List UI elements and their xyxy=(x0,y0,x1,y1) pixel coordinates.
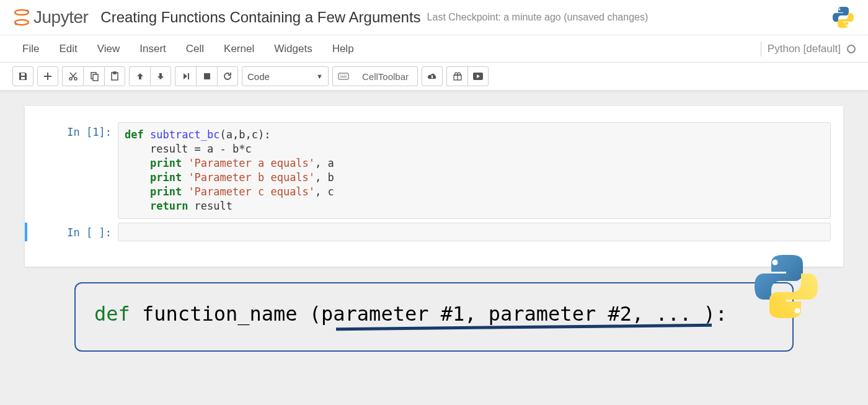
stop-button[interactable] xyxy=(196,66,217,86)
menu-kernel[interactable]: Kernel xyxy=(214,39,264,59)
cut-button[interactable] xyxy=(62,66,83,86)
svg-point-4 xyxy=(839,9,841,11)
jupyter-logo[interactable]: Jupyter xyxy=(12,7,88,27)
cell-input[interactable] xyxy=(118,223,831,241)
toolbar: Code ▼ CellToolbar xyxy=(0,63,868,91)
code-cell[interactable]: In [1]: def subtract_bc(a,b,c): result =… xyxy=(25,122,843,219)
syntax-annotation: def function_name (parameter #1, paramet… xyxy=(74,282,794,352)
upload-button[interactable] xyxy=(422,66,443,86)
cell-type-select[interactable]: Code ▼ xyxy=(242,66,329,86)
keyboard-icon xyxy=(338,73,349,80)
cell-type-value: Code xyxy=(247,71,270,82)
def-keyword: def xyxy=(94,302,130,326)
copy-button[interactable] xyxy=(83,66,104,86)
svg-point-2 xyxy=(26,9,29,12)
svg-point-7 xyxy=(74,78,77,80)
move-down-button[interactable] xyxy=(150,66,171,86)
arrow-up-icon xyxy=(136,72,144,81)
menu-file[interactable]: File xyxy=(12,39,49,59)
play-icon xyxy=(472,72,484,81)
menubar: FileEditViewInsertCellKernelWidgetsHelp … xyxy=(0,35,868,63)
paste-button[interactable] xyxy=(104,66,125,86)
svg-rect-9 xyxy=(93,74,98,81)
svg-rect-12 xyxy=(204,73,210,79)
menu-help[interactable]: Help xyxy=(322,39,364,59)
step-forward-icon xyxy=(182,72,190,81)
syntax-text: function_name (parameter #1, parameter #… xyxy=(130,302,727,326)
kernel-idle-icon xyxy=(847,45,856,53)
menu-insert[interactable]: Insert xyxy=(130,39,176,59)
code-cell[interactable]: In [ ]: xyxy=(25,223,843,241)
gift-icon xyxy=(453,71,463,81)
python-logo xyxy=(749,249,823,324)
chevron-down-icon: ▼ xyxy=(316,73,323,80)
scissors-icon xyxy=(68,71,78,81)
jupyter-icon xyxy=(12,8,31,27)
gift-button[interactable] xyxy=(446,66,467,86)
paste-icon xyxy=(110,71,120,81)
notebook-title[interactable]: Creating Functions Containing a Few Argu… xyxy=(100,9,420,26)
notebook-container: In [1]: def subtract_bc(a,b,c): result =… xyxy=(25,106,843,267)
move-up-button[interactable] xyxy=(129,66,150,86)
menu-widgets[interactable]: Widgets xyxy=(264,39,322,59)
run-button[interactable] xyxy=(175,66,196,86)
refresh-icon xyxy=(223,71,232,81)
arrow-down-icon xyxy=(156,72,165,81)
svg-point-3 xyxy=(15,23,17,25)
restart-button[interactable] xyxy=(217,66,238,86)
svg-point-16 xyxy=(773,259,778,265)
save-icon xyxy=(18,71,28,81)
checkpoint-text: Last Checkpoint: a minute ago (unsaved c… xyxy=(427,12,649,23)
svg-point-6 xyxy=(69,78,72,80)
svg-rect-13 xyxy=(339,73,348,79)
celltoolbar-label[interactable]: CellToolbar xyxy=(353,66,418,86)
add-cell-button[interactable] xyxy=(37,66,58,86)
menu-cell[interactable]: Cell xyxy=(176,39,214,59)
kernel-indicator: Python [default] xyxy=(753,42,856,56)
save-button[interactable] xyxy=(12,66,33,86)
stop-icon xyxy=(203,73,211,80)
plus-icon xyxy=(43,72,52,81)
copy-icon xyxy=(89,71,99,81)
kernel-name[interactable]: Python [default] xyxy=(768,43,841,55)
input-prompt: In [1]: xyxy=(37,122,118,219)
header: Jupyter Creating Functions Containing a … xyxy=(0,0,868,35)
menu-edit[interactable]: Edit xyxy=(49,39,87,59)
cloud-upload-icon xyxy=(427,72,438,81)
python-logo xyxy=(831,5,856,30)
input-prompt: In [ ]: xyxy=(37,223,118,241)
video-button[interactable] xyxy=(467,66,489,86)
svg-point-17 xyxy=(795,308,800,313)
command-palette-button[interactable] xyxy=(332,66,353,86)
brand-text: Jupyter xyxy=(33,7,88,27)
cell-input[interactable]: def subtract_bc(a,b,c): result = a - b*c… xyxy=(118,122,831,219)
menu-view[interactable]: View xyxy=(87,39,130,59)
svg-point-5 xyxy=(846,25,848,27)
svg-rect-11 xyxy=(113,72,116,74)
